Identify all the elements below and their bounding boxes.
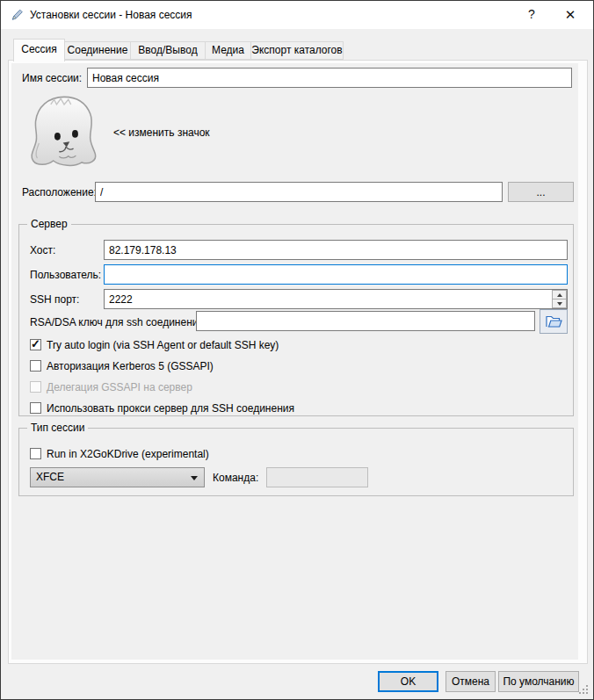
ssh-port-label: SSH порт: <box>30 293 79 307</box>
checkbox-label: Использовать прокси сервер для SSH соеди… <box>47 402 294 415</box>
spin-up-button[interactable] <box>552 290 567 299</box>
arrow-up-icon <box>557 293 562 297</box>
resize-grip[interactable] <box>578 684 589 695</box>
checkbox-box <box>30 402 41 414</box>
ssh-port-input[interactable] <box>104 289 568 309</box>
user-input[interactable] <box>104 264 568 285</box>
change-icon-hint: << изменить значок <box>113 126 210 140</box>
host-input[interactable] <box>104 240 568 260</box>
checkbox-box <box>30 360 41 372</box>
defaults-button[interactable]: По умолчанию <box>498 671 579 692</box>
ssh-key-input[interactable] <box>196 311 535 331</box>
session-name-input[interactable] <box>87 68 572 88</box>
location-label: Расположение: <box>22 186 97 199</box>
host-label: Хост: <box>30 244 55 257</box>
server-group-title: Сервер <box>27 218 71 230</box>
open-folder-icon <box>545 314 562 328</box>
checkbox-box <box>30 381 41 393</box>
ssh-key-label: RSA/DSA ключ для ssh соединения: <box>30 316 206 329</box>
session-type-combobox[interactable]: XFCE <box>30 467 205 487</box>
combobox-selected-value: XFCE <box>36 471 64 483</box>
checkbox-label: Делегация GSSAPI на сервер <box>47 381 192 394</box>
user-label: Пользователь: <box>30 269 101 282</box>
cancel-button[interactable]: Отмена <box>446 671 496 692</box>
checkbox-box <box>30 339 41 350</box>
ok-button[interactable]: OK <box>378 671 438 692</box>
checkbox-label: Try auto login (via SSH Agent or default… <box>47 339 279 351</box>
command-input <box>266 467 368 487</box>
chevron-down-icon <box>191 476 198 480</box>
command-label: Команда: <box>213 472 258 485</box>
location-browse-button[interactable]: ... <box>508 182 574 202</box>
ssh-port-spinner <box>552 290 567 308</box>
checkbox-box <box>30 448 41 459</box>
checkbox-label: Run in X2GoKDrive (experimental) <box>47 448 209 460</box>
location-input[interactable] <box>95 182 503 202</box>
session-name-label: Имя сессии: <box>22 72 82 85</box>
session-type-group-title: Тип сессии <box>27 422 88 434</box>
session-settings-dialog: Установки сессии - Новая сессия ? ✕ Сесс… <box>0 0 594 700</box>
spin-down-button[interactable] <box>552 299 567 308</box>
arrow-down-icon <box>557 302 562 306</box>
session-seal-icon-button[interactable] <box>27 92 103 173</box>
checkbox-label: Авторизация Kerberos 5 (GSSAPI) <box>47 360 214 372</box>
ssh-key-browse-button[interactable] <box>540 309 568 334</box>
